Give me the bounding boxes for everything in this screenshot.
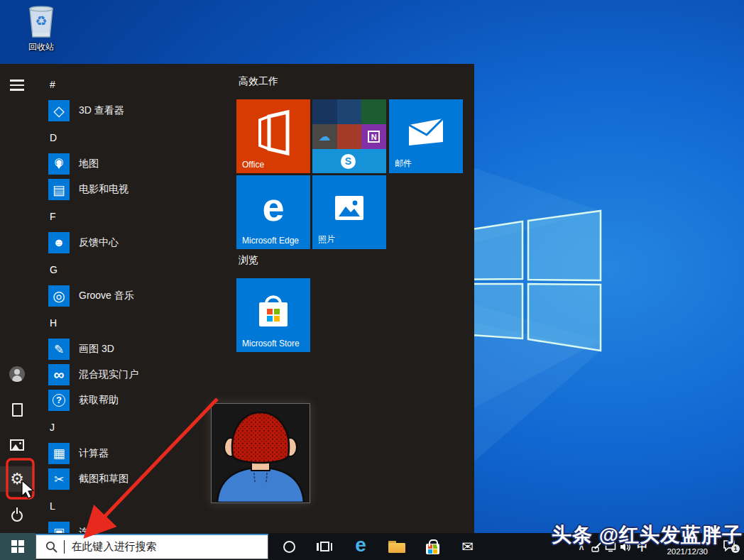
collage-cell-onenote: N	[361, 124, 386, 149]
app-list-item[interactable]: 反馈中心	[41, 230, 234, 256]
gear-icon: ⚙	[10, 471, 24, 487]
tile-microsoft-store[interactable]: Microsoft Store	[236, 278, 310, 352]
app-label: 反馈中心	[79, 236, 119, 249]
app-label: 连接	[79, 526, 99, 533]
connect-icon	[48, 522, 70, 533]
app-list-section-header[interactable]: F	[41, 202, 234, 230]
mail-taskbar-button[interactable]: ✉	[454, 533, 482, 560]
app-list-item[interactable]: Groove 音乐	[41, 283, 234, 309]
collage-cell-onedrive: ☁	[312, 124, 337, 149]
edge-taskbar-button[interactable]: e	[346, 533, 375, 560]
settings-button[interactable]: ⚙	[0, 466, 34, 492]
collage-cell	[337, 99, 362, 124]
user-account-button[interactable]	[0, 361, 34, 387]
taskbar-search-box[interactable]: 在此键入进行搜索	[35, 534, 268, 559]
search-icon	[45, 541, 58, 553]
section-letter: G	[50, 264, 58, 275]
snip-sketch-icon	[48, 468, 70, 490]
hamburger-icon	[10, 79, 24, 91]
windows-desktop: ♻ 回收站 ⚙	[0, 0, 744, 560]
recycle-bin[interactable]: ♻ 回收站	[10, 4, 72, 53]
app-list-item[interactable]: 连接	[41, 520, 234, 533]
app-list-section-header[interactable]: G	[41, 256, 234, 283]
tile-office[interactable]: Office	[236, 99, 310, 173]
collage-cell-skype: S	[312, 149, 386, 173]
calculator-icon	[48, 443, 70, 464]
user-avatar-icon	[9, 366, 25, 382]
start-menu-rail: ⚙	[0, 64, 34, 533]
file-explorer-button[interactable]	[383, 533, 411, 560]
edge-icon: e	[262, 187, 284, 227]
mixed-reality-icon	[48, 364, 70, 385]
section-letter: H	[50, 317, 57, 329]
tile-label: Office	[242, 160, 264, 170]
app-list: # 3D 查看器 D 地图 电影和电视 F 反馈中心	[41, 70, 234, 533]
movies-tv-icon	[48, 179, 70, 200]
app-list-item[interactable]: 3D 查看器	[41, 98, 234, 123]
start-button[interactable]	[0, 533, 35, 560]
groove-music-icon	[48, 285, 70, 307]
pictures-button[interactable]	[0, 432, 34, 458]
app-list-section-header[interactable]: L	[41, 492, 234, 520]
documents-button[interactable]	[0, 397, 34, 422]
get-help-icon	[48, 390, 70, 411]
app-list-item[interactable]: 计算器	[41, 441, 234, 466]
app-list-section-header[interactable]: H	[41, 309, 234, 336]
tile-mail[interactable]: 邮件	[389, 99, 463, 173]
photos-icon	[333, 194, 366, 222]
mail-icon	[405, 116, 447, 148]
app-list-section-header[interactable]: #	[41, 70, 234, 98]
tile-label: Microsoft Edge	[242, 236, 299, 246]
recycle-bin-icon: ♻	[24, 4, 58, 40]
cortana-button[interactable]	[275, 533, 303, 560]
app-list-item[interactable]: 混合现实门户	[41, 362, 234, 388]
app-list-item[interactable]: 电影和电视	[41, 177, 234, 202]
app-list-section-header[interactable]: J	[41, 413, 234, 441]
tile-label: 照片	[318, 234, 335, 246]
watermark-text: 头条 @红头发蓝胖子	[552, 522, 743, 549]
app-label: 3D 查看器	[79, 104, 124, 117]
app-list-item[interactable]: 地图	[41, 151, 234, 177]
tile-photos[interactable]: 照片	[312, 175, 386, 249]
pasted-avatar-image	[211, 403, 310, 503]
windows-logo-icon	[11, 540, 24, 553]
paint-3d-icon	[48, 339, 70, 360]
store-bag-icon	[426, 544, 439, 554]
app-list-item[interactable]: 截图和草图	[41, 466, 234, 492]
power-icon	[11, 510, 23, 522]
app-list-section-header[interactable]: D	[41, 123, 234, 151]
app-label: 电影和电视	[79, 183, 128, 196]
recycle-bin-label: 回收站	[28, 41, 54, 53]
section-letter: J	[50, 422, 55, 433]
text-caret	[64, 540, 65, 554]
svg-text:♻: ♻	[35, 13, 47, 28]
collage-cell	[361, 99, 386, 124]
section-letter: L	[50, 500, 55, 512]
feedback-hub-icon	[48, 232, 70, 253]
task-view-button[interactable]	[310, 533, 339, 560]
folder-icon	[388, 541, 405, 553]
cube-3d-icon	[48, 100, 70, 121]
search-placeholder-text: 在此键入进行搜索	[71, 540, 156, 554]
app-label: 地图	[79, 158, 99, 170]
tile-microsoft-edge[interactable]: e Microsoft Edge	[236, 175, 310, 249]
tile-group-title: 高效工作	[239, 75, 278, 88]
app-list-item[interactable]: 画图 3D	[41, 336, 234, 362]
map-pin-icon	[48, 153, 70, 175]
app-label: 计算器	[79, 447, 109, 460]
document-icon	[12, 403, 23, 417]
cortana-icon	[283, 541, 295, 553]
tile-office-apps-folder[interactable]: ☁ N S	[312, 99, 386, 173]
onenote-icon: N	[368, 131, 380, 143]
store-taskbar-button[interactable]	[418, 533, 447, 560]
app-label: 混合现实门户	[79, 368, 138, 381]
app-list-item[interactable]: 获取帮助	[41, 388, 234, 413]
pictures-icon	[10, 439, 24, 451]
collage-cell	[312, 99, 337, 124]
store-icon	[252, 291, 295, 332]
onedrive-cloud-icon: ☁	[319, 129, 331, 144]
expand-menu-button[interactable]	[0, 72, 34, 98]
power-button[interactable]	[0, 503, 34, 529]
app-label: 获取帮助	[79, 394, 119, 407]
app-label: 画图 3D	[79, 343, 114, 356]
